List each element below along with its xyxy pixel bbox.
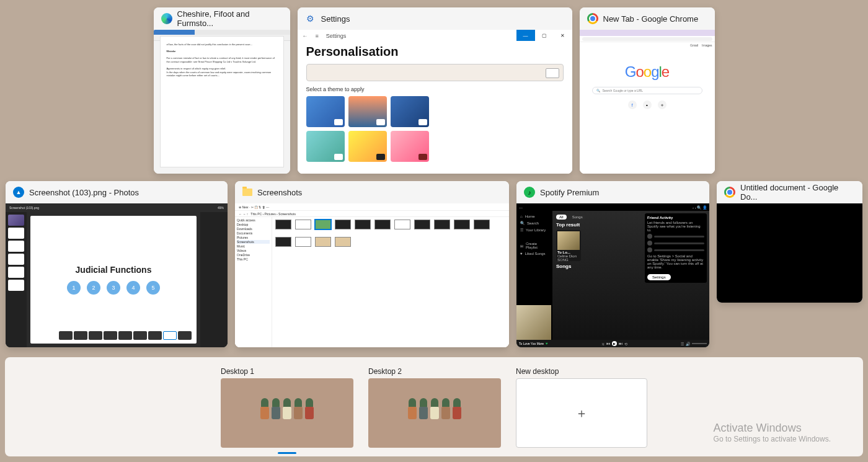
task-window-settings[interactable]: ⚙ Settings ← ≡ Settings — ▢ ✕ Per: [298, 7, 572, 174]
file-item[interactable]: [334, 237, 352, 252]
filter-chip-songs[interactable]: Songs: [569, 215, 586, 220]
window-title: New Tab - Google Chrome: [603, 14, 699, 24]
task-window-spotify[interactable]: ♪ Spotify Premium ⋯ ‹ › 🔍 👤 ⌂ Home 🔍 Sea…: [516, 181, 709, 347]
file-item[interactable]: [294, 237, 312, 252]
prev-icon[interactable]: ⏮: [606, 342, 610, 345]
theme-option[interactable]: [391, 96, 429, 127]
window-thumbnail[interactable]: of law, the facts of the case did not ju…: [154, 30, 290, 174]
file-item[interactable]: [275, 220, 292, 234]
nav-liked-songs[interactable]: ♥ Liked Songs: [520, 252, 549, 255]
google-logo: Google: [580, 63, 715, 81]
next-icon[interactable]: ⏭: [619, 342, 622, 345]
desktop-label: New desktop: [516, 367, 647, 376]
file-item[interactable]: [314, 237, 332, 252]
nav-search[interactable]: 🔍 Search: [520, 221, 549, 225]
theme-option[interactable]: [391, 131, 429, 162]
file-item[interactable]: [453, 220, 471, 234]
task-window-docs[interactable]: Untitled document - Google Do...: [717, 181, 862, 303]
window-thumbnail[interactable]: Gmail Images Google 🔍 Search Google or t…: [580, 30, 715, 174]
task-window-explorer[interactable]: Screenshots ⊕ New · ✂ 📋 ⇅ 🗑 ⋯ ← → ↑ This…: [235, 181, 509, 347]
shuffle-icon[interactable]: ⤮: [601, 342, 604, 346]
settings-icon: ⚙: [305, 13, 316, 24]
now-playing-title: To Love You More: [519, 342, 544, 345]
shortcut-tile[interactable]: •: [643, 100, 652, 109]
desktop-label: Desktop 1: [221, 367, 353, 376]
play-button[interactable]: ▶: [612, 341, 617, 346]
file-item[interactable]: [314, 220, 332, 234]
spotify-icon: ♪: [524, 187, 535, 198]
window-thumbnail[interactable]: ⊕ New · ✂ 📋 ⇅ 🗑 ⋯ ← → ↑ This PC › Pictur…: [235, 203, 509, 347]
file-item[interactable]: [433, 220, 451, 234]
titlebar: Screenshots: [235, 181, 509, 203]
task-window-chrome-newtab[interactable]: New Tab - Google Chrome Gmail Images Goo…: [580, 7, 715, 174]
file-item[interactable]: [374, 220, 391, 234]
slide-thumbnail[interactable]: [8, 280, 24, 291]
friend-activity-cta: Go to Settings > Social and enable 'Shar…: [647, 254, 704, 269]
theme-option[interactable]: [348, 96, 387, 127]
desktop-2[interactable]: Desktop 2: [368, 367, 501, 448]
chrome-icon: [587, 13, 598, 24]
window-thumbnail[interactable]: Screenshot (103).png 49%: [6, 203, 228, 347]
file-item[interactable]: [334, 220, 352, 234]
album-art: [516, 305, 551, 340]
slide-title: Judicial Functions: [76, 265, 152, 275]
slide-thumbnail[interactable]: [8, 267, 24, 278]
shortcut-tile[interactable]: f: [628, 100, 637, 109]
slide-bullet: 1: [67, 281, 81, 295]
file-item[interactable]: [354, 220, 371, 234]
file-item[interactable]: [275, 237, 292, 252]
window-thumbnail[interactable]: [717, 203, 862, 303]
window-title: Spotify Premium: [540, 188, 599, 197]
search-input[interactable]: 🔍 Search Google or type a URL: [592, 87, 702, 94]
file-item[interactable]: [394, 220, 411, 234]
file-item[interactable]: [414, 220, 431, 234]
desktop-1[interactable]: Desktop 1: [221, 367, 353, 454]
slide-thumbnail[interactable]: [8, 228, 24, 239]
result-card[interactable]: To Lo... Celine Dion SONG: [556, 230, 581, 261]
minimize-button[interactable]: —: [516, 30, 535, 41]
maximize-button[interactable]: ▢: [535, 30, 554, 41]
window-thumbnail[interactable]: ⋯ ‹ › 🔍 👤 ⌂ Home 🔍 Search ☰ Your Library…: [516, 203, 709, 347]
add-shortcut[interactable]: ＋: [658, 100, 666, 109]
nav-library[interactable]: ☰ Your Library: [520, 228, 549, 232]
like-icon[interactable]: ♥: [546, 342, 548, 345]
volume-icon[interactable]: 🔊: [686, 342, 690, 346]
task-window-edge[interactable]: Cheshire, Fifoot and Furmsto... of law, …: [154, 7, 290, 174]
activation-watermark: Activate Windows Go to Settings to activ…: [714, 422, 831, 443]
plus-icon: ＋: [575, 405, 588, 422]
titlebar: Cheshire, Fifoot and Furmsto...: [154, 7, 290, 30]
hamburger-icon[interactable]: ≡: [316, 33, 319, 39]
back-icon[interactable]: ←: [303, 33, 308, 39]
window-thumbnail[interactable]: ← ≡ Settings — ▢ ✕ Personalisation Selec…: [298, 30, 572, 174]
titlebar: Untitled document - Google Do...: [717, 181, 862, 203]
titlebar: New Tab - Google Chrome: [580, 7, 715, 30]
search-icon: 🔍: [596, 89, 600, 92]
theme-option[interactable]: [306, 96, 345, 127]
queue-icon[interactable]: ☰: [681, 342, 684, 346]
gmail-link[interactable]: Gmail: [690, 43, 698, 47]
images-link[interactable]: Images: [702, 43, 712, 47]
nav-create-playlist[interactable]: ⊞ Create Playlist: [520, 242, 549, 249]
theme-option[interactable]: [306, 131, 345, 162]
task-window-photos[interactable]: ▲ Screenshot (103).png - Photos Screensh…: [6, 181, 228, 347]
close-button[interactable]: ✕: [554, 30, 572, 41]
file-item[interactable]: [473, 220, 490, 234]
theme-option[interactable]: [348, 131, 387, 162]
nav-home[interactable]: ⌂ Home: [520, 215, 549, 218]
filter-chip-all[interactable]: All: [556, 215, 567, 220]
window-title: Untitled document - Google Do...: [740, 183, 855, 202]
page-title: Personalisation: [298, 42, 572, 64]
settings-button[interactable]: Settings: [647, 274, 671, 280]
repeat-icon[interactable]: ⟲: [624, 342, 627, 346]
theme-section-label: Select a theme to apply: [298, 86, 572, 96]
titlebar: ▲ Screenshot (103).png - Photos: [6, 181, 228, 203]
friend-activity-text: Let friends and followers on Spotify see…: [647, 221, 704, 232]
current-theme-preview: [306, 64, 564, 81]
slide-thumbnail[interactable]: [8, 241, 24, 252]
file-item[interactable]: [294, 220, 312, 234]
new-desktop[interactable]: New desktop ＋: [516, 367, 647, 448]
edge-icon: [161, 13, 172, 24]
window-title: Screenshots: [257, 188, 302, 197]
slide-thumbnail[interactable]: [8, 254, 24, 265]
slide-thumbnail[interactable]: [8, 215, 24, 226]
